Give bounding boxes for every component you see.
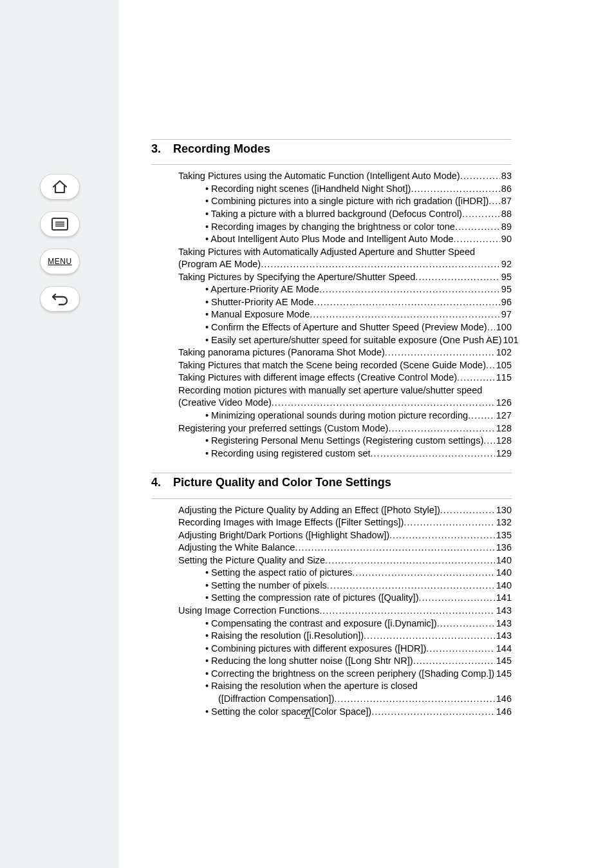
toc-label: Taking Pictures using the Automatic Func… xyxy=(178,170,460,183)
toc-entry[interactable]: Taking Pictures using the Automatic Func… xyxy=(178,170,512,183)
toc-label: Setting the Picture Quality and Size xyxy=(178,554,325,567)
toc-leader xyxy=(468,410,495,422)
toc-label: • Confirm the Effects of Aperture and Sh… xyxy=(205,321,487,334)
toc-entry[interactable]: • Minimizing operational sounds during m… xyxy=(205,410,512,422)
toc-entry[interactable]: • Recording images by changing the brigh… xyxy=(205,221,512,234)
home-icon xyxy=(51,179,68,194)
toc-entry[interactable]: • Manual Exposure Mode97 xyxy=(205,308,512,321)
toc-leader xyxy=(295,542,494,554)
toc-entry[interactable]: • Correcting the brightness on the scree… xyxy=(205,668,512,681)
toc-entry[interactable]: • Reducing the long shutter noise ([Long… xyxy=(205,655,512,668)
toc-leader xyxy=(418,592,494,605)
toc-entry[interactable]: • About Intelligent Auto Plus Mode and I… xyxy=(205,233,512,246)
section-number: 3. xyxy=(151,141,163,156)
menu-button[interactable]: MENU xyxy=(40,249,80,274)
toc-leader xyxy=(272,397,495,410)
toc-page: 90 xyxy=(500,233,512,246)
toc-page: 127 xyxy=(495,410,512,422)
toc-label: Taking panorama pictures (Panorama Shot … xyxy=(178,346,385,359)
toc-entry[interactable]: • Easily set aperture/shutter speed for … xyxy=(205,334,512,347)
toc-list: Adjusting the Picture Quality by Adding … xyxy=(178,504,512,719)
toc-page: 140 xyxy=(495,580,512,592)
toc-entry[interactable]: • Raising the resolution ([i.Resolution]… xyxy=(205,630,512,643)
toc-entry[interactable]: • Recording using registered custom set1… xyxy=(205,448,512,460)
toc-entry[interactable]: Taking Pictures with different image eff… xyxy=(178,372,512,384)
toc-page: 140 xyxy=(495,567,512,580)
toc-entry[interactable]: (Program AE Mode)92 xyxy=(178,258,512,271)
toc-leader xyxy=(483,435,495,448)
toc-entry[interactable]: • Raising the resolution when the apertu… xyxy=(205,680,512,693)
toc-entry[interactable]: Adjusting the Picture Quality by Adding … xyxy=(178,504,512,517)
toc-entry[interactable]: Recording motion pictures with manually … xyxy=(178,384,512,397)
toc-entry[interactable]: • Compensating the contrast and exposure… xyxy=(205,618,512,630)
toc-page: 126 xyxy=(495,397,512,410)
toc-label: Taking Pictures with different image eff… xyxy=(178,372,457,384)
toc-entry[interactable]: ([Diffraction Compensation])146 xyxy=(218,693,512,706)
toc-leader xyxy=(325,554,495,567)
toc-page: 129 xyxy=(495,448,512,460)
toc-label: • Easily set aperture/shutter speed for … xyxy=(205,334,501,347)
toc-entry[interactable]: • Confirm the Effects of Aperture and Sh… xyxy=(205,321,512,334)
toc-page: 101 xyxy=(501,334,518,347)
toc-entry[interactable]: Taking Pictures with Automatically Adjus… xyxy=(178,246,512,259)
toc-entry[interactable]: Taking Pictures that match the Scene bei… xyxy=(178,359,512,372)
toc-leader xyxy=(389,529,495,542)
content: 3.Recording ModesTaking Pictures using t… xyxy=(151,135,512,727)
toc-page: 144 xyxy=(495,643,512,656)
toc-page: 143 xyxy=(495,618,512,630)
toc-entry[interactable]: Recording Images with Image Effects ([Fi… xyxy=(178,516,512,529)
toc-entry[interactable]: • Aperture-Priority AE Mode95 xyxy=(205,283,512,296)
toc-entry[interactable]: Registering your preferred settings (Cus… xyxy=(178,422,512,435)
toc-page: 92 xyxy=(500,258,512,271)
back-button[interactable] xyxy=(40,286,80,312)
toc-label: Recording motion pictures with manually … xyxy=(178,384,482,397)
toc-leader xyxy=(457,372,495,384)
toc-label: Adjusting the Picture Quality by Adding … xyxy=(178,504,440,517)
toc-label: • Raising the resolution ([i.Resolution]… xyxy=(205,630,364,643)
toc-entry[interactable]: • Combining pictures into a single pictu… xyxy=(205,195,512,208)
toc-leader xyxy=(413,655,495,668)
toc-leader xyxy=(371,448,495,460)
toc-label: • Reducing the long shutter noise ([Long… xyxy=(205,655,413,668)
toc-entry[interactable]: (Creative Video Mode)126 xyxy=(178,397,512,410)
toc-entry[interactable]: • Setting the aspect ratio of pictures14… xyxy=(205,567,512,580)
toc-entry[interactable]: • Recording night scenes ([iHandheld Nig… xyxy=(205,183,512,196)
home-button[interactable] xyxy=(40,174,80,200)
toc-page: 86 xyxy=(500,183,512,196)
toc-button[interactable] xyxy=(40,211,80,237)
toc-label: ([Diffraction Compensation]) xyxy=(218,693,334,706)
toc-label: • Recording images by changing the brigh… xyxy=(205,221,455,234)
toc-label: • Recording night scenes ([iHandheld Nig… xyxy=(205,183,411,196)
toc-entry[interactable]: • Shutter-Priority AE Mode96 xyxy=(205,296,512,309)
toc-page: 97 xyxy=(500,308,512,321)
menu-icon: MENU xyxy=(48,257,71,266)
toc-entry[interactable]: • Setting the number of pixels140 xyxy=(205,580,512,592)
back-icon xyxy=(50,292,70,306)
toc-leader xyxy=(426,643,495,656)
toc-leader xyxy=(415,271,500,284)
toc-leader xyxy=(327,580,495,592)
toc-page: 95 xyxy=(500,283,512,296)
toc-entry[interactable]: Setting the Picture Quality and Size140 xyxy=(178,554,512,567)
toc-entry[interactable]: Taking panorama pictures (Panorama Shot … xyxy=(178,346,512,359)
toc-leader xyxy=(385,346,495,359)
toc-label: Using Image Correction Functions xyxy=(178,605,319,618)
toc-entry[interactable]: • Taking a picture with a blurred backgr… xyxy=(205,208,512,221)
toc-entry[interactable]: • Registering Personal Menu Settings (Re… xyxy=(205,435,512,448)
toc-entry[interactable]: • Setting the compression rate of pictur… xyxy=(205,592,512,605)
toc-page: 100 xyxy=(495,321,512,334)
toc-label: • Shutter-Priority AE Mode xyxy=(205,296,314,309)
toc-leader xyxy=(486,359,495,372)
toc-entry[interactable]: Using Image Correction Functions143 xyxy=(178,605,512,618)
toc-page: 143 xyxy=(495,605,512,618)
toc-entry[interactable]: Adjusting Bright/Dark Portions ([Highlig… xyxy=(178,529,512,542)
toc-entry[interactable]: Adjusting the White Balance136 xyxy=(178,542,512,554)
toc-entry[interactable]: Taking Pictures by Specifying the Apertu… xyxy=(178,271,512,284)
toc-label: • Setting the number of pixels xyxy=(205,580,327,592)
toc-page: 95 xyxy=(500,271,512,284)
toc-label: Recording Images with Image Effects ([Fi… xyxy=(178,516,404,529)
toc-leader xyxy=(314,296,500,309)
toc-entry[interactable]: • Combining pictures with different expo… xyxy=(205,643,512,656)
toc-page: 96 xyxy=(500,296,512,309)
toc-label: Taking Pictures with Automatically Adjus… xyxy=(178,246,475,259)
